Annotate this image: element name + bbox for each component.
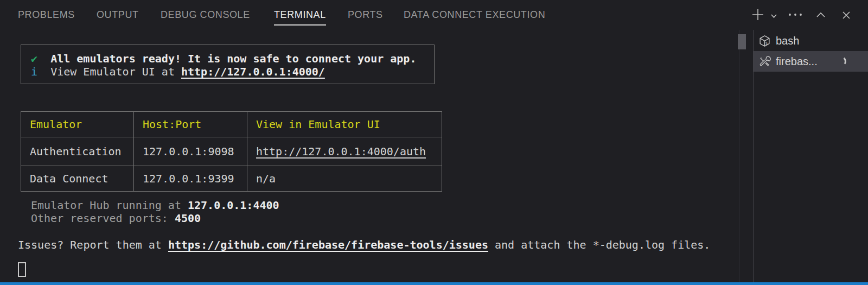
issues-suffix: and attach the *-debug.log files. [488, 238, 710, 251]
hub-prefix: Emulator Hub running at [31, 199, 188, 212]
table-row: Authentication 127.0.0.1:9098 http://127… [21, 137, 442, 166]
table-header-row: Emulator Host:Port View in Emulator UI [21, 112, 442, 137]
tab-output[interactable]: OUTPUT [97, 9, 139, 21]
emulator-ui-prefix: View Emulator UI at [50, 65, 181, 78]
loading-spinner-icon [836, 56, 847, 67]
col-header-emulator: Emulator [21, 112, 134, 137]
cell-emulator-name: Data Connect [21, 166, 134, 192]
tab-problems[interactable]: PROBLEMS [18, 9, 75, 21]
table-row: Data Connect 127.0.0.1:9399 n/a [21, 166, 442, 192]
terminal-instance-list: $ bash firebas... [754, 30, 868, 72]
bash-cube-icon: $ [758, 35, 771, 47]
col-header-host-port: Host:Port [134, 112, 247, 137]
cell-host-port: 127.0.0.1:9399 [134, 166, 247, 192]
ports-prefix: Other reserved ports: [31, 212, 175, 225]
cell-auth-ui-link[interactable]: http://127.0.0.1:4000/auth [247, 137, 442, 166]
emulator-ui-link[interactable]: http://127.0.0.1:4000/ [181, 65, 325, 78]
cell-emulator-name: Authentication [21, 137, 134, 166]
tab-debug-console[interactable]: DEBUG CONSOLE [161, 9, 250, 21]
emulator-table: Emulator Host:Port View in Emulator UI A… [21, 111, 442, 192]
hub-line: Emulator Hub running at 127.0.0.1:4400 [31, 199, 279, 212]
issues-line: Issues? Report them at https://github.co… [18, 238, 710, 251]
panel-tabbar: PROBLEMS OUTPUT DEBUG CONSOLE TERMINAL P… [0, 0, 868, 30]
cell-view-ui: n/a [247, 166, 442, 192]
col-header-view-in-ui: View in Emulator UI [247, 112, 442, 137]
emulators-ready-box: ✔ All emulators ready! It is now safe to… [21, 45, 435, 84]
ports-value: 4500 [175, 212, 201, 225]
new-terminal-plus-icon[interactable] [749, 6, 767, 23]
terminal-instance-label: firebas... [776, 55, 818, 68]
info-icon: i [31, 65, 37, 78]
terminal-scrollbar-thumb[interactable] [738, 34, 746, 49]
ready-message: All emulators ready! It is now safe to c… [50, 52, 416, 65]
tab-terminal[interactable]: TERMINAL [274, 9, 326, 26]
maximize-panel-chevron-up-icon[interactable] [815, 9, 827, 21]
svg-text:$: $ [765, 41, 768, 45]
panel-bottom-accent [0, 282, 868, 285]
close-panel-icon[interactable] [840, 9, 853, 22]
issues-link[interactable]: https://github.com/firebase/firebase-too… [168, 238, 488, 251]
tools-icon [758, 55, 771, 68]
scrollbar-track-line [739, 30, 739, 282]
hub-address: 127.0.0.1:4400 [188, 199, 279, 212]
reserved-ports-line: Other reserved ports: 4500 [31, 212, 201, 225]
ready-line: ✔ All emulators ready! It is now safe to… [31, 52, 416, 65]
terminal-instance-firebase[interactable]: firebas... [754, 51, 868, 72]
emulator-ui-line: i View Emulator UI at http://127.0.0.1:4… [31, 65, 325, 78]
tab-ports[interactable]: PORTS [348, 9, 383, 21]
more-actions-ellipsis-icon[interactable] [786, 10, 805, 19]
issues-prefix: Issues? Report them at [18, 238, 168, 251]
launch-profile-chevron-down-icon[interactable] [769, 11, 778, 21]
tab-data-connect-execution[interactable]: DATA CONNECT EXECUTION [404, 9, 545, 21]
terminal-cursor [18, 262, 26, 277]
cell-host-port: 127.0.0.1:9098 [134, 137, 247, 166]
terminal-panel: PROBLEMS OUTPUT DEBUG CONSOLE TERMINAL P… [0, 0, 868, 285]
check-icon: ✔ [31, 52, 37, 65]
terminal-instance-bash[interactable]: $ bash [754, 30, 868, 51]
terminal-instance-label: bash [776, 35, 799, 47]
